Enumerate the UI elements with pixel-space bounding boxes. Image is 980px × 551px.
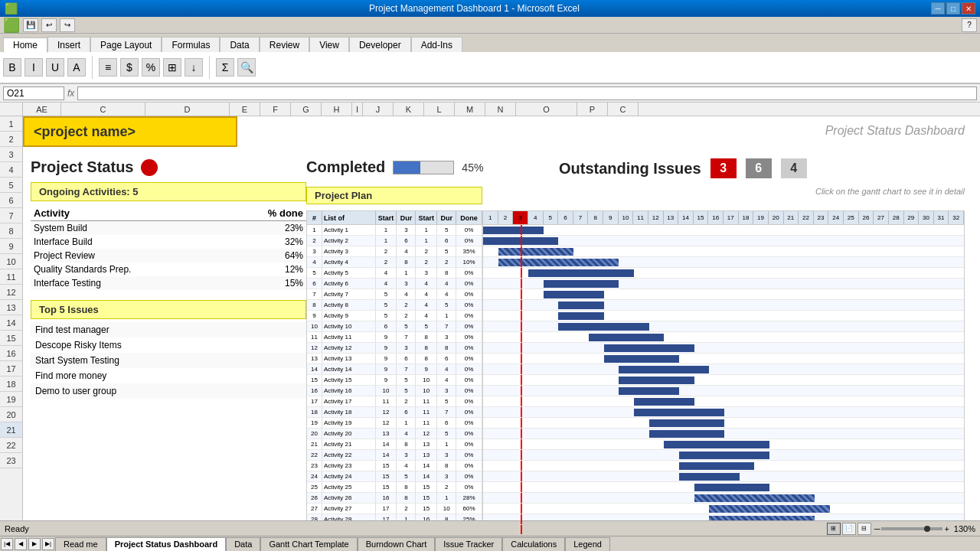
col-c[interactable]: C <box>61 103 145 116</box>
ribbon-btn-4[interactable]: A <box>67 58 86 77</box>
redo-button[interactable]: ↪ <box>60 18 75 32</box>
row-5: 5 <box>0 178 22 193</box>
sheet-tab-project-status-dashboard[interactable]: Project Status Dashboard <box>106 537 226 551</box>
tab-addins[interactable]: Add-Ins <box>411 37 462 52</box>
row-18: 18 <box>0 377 22 392</box>
gantt-cell-d1: 5 <box>397 321 416 331</box>
gantt-cell-s2: 15 <box>416 504 437 514</box>
sheet-tab-data[interactable]: Data <box>226 537 260 551</box>
gantt-left-row: 8 Activity 8 5 2 4 5 0% <box>307 300 482 311</box>
sheet-tab-calculations[interactable]: Calculations <box>502 537 565 551</box>
ribbon-btn-1[interactable]: B <box>3 58 21 77</box>
col-d[interactable]: D <box>145 103 230 116</box>
gantt-cell-num: 12 <box>307 343 322 353</box>
undo-button[interactable]: ↩ <box>41 18 57 32</box>
col-k[interactable]: K <box>394 103 424 116</box>
row-9: 9 <box>0 239 22 254</box>
ribbon-btn-11[interactable]: 🔍 <box>237 58 256 77</box>
col-ae[interactable]: AE <box>23 103 61 116</box>
gantt-bars-area[interactable]: 1234567891011121314151617181920212223242… <box>483 211 964 534</box>
gantt-cell-done: 0% <box>456 407 482 417</box>
ongoing-activities-label: Ongoing Activities: 5 <box>31 182 306 201</box>
tab-home[interactable]: Home <box>3 37 47 53</box>
col-n[interactable]: N <box>485 103 516 116</box>
tab-data[interactable]: Data <box>220 37 259 52</box>
gantt-cell-num: 19 <box>307 418 322 428</box>
tab-next-btn[interactable]: ▶ <box>28 538 41 550</box>
current-day-marker <box>521 246 522 256</box>
row-7: 7 <box>0 208 22 223</box>
tab-last-btn[interactable]: ▶| <box>42 538 54 550</box>
ribbon-btn-10[interactable]: Σ <box>216 58 234 77</box>
gantt-bar-row <box>483 246 964 257</box>
sheet-tab-issue-tracker[interactable]: Issue Tracker <box>435 537 502 551</box>
sheet-tab-gantt-chart-template[interactable]: Gantt Chart Template <box>260 537 357 551</box>
gantt-bar-row <box>483 482 964 493</box>
col-o[interactable]: O <box>516 103 577 116</box>
sheet-tab-read-me[interactable]: Read me <box>55 537 106 551</box>
tab-view[interactable]: View <box>309 37 349 52</box>
gantt-bar <box>604 344 694 352</box>
tab-formulas[interactable]: Formulas <box>162 37 220 52</box>
gantt-cell-num: 18 <box>307 407 322 417</box>
col-p[interactable]: P <box>577 103 608 116</box>
ribbon-btn-6[interactable]: $ <box>120 58 139 77</box>
col-m[interactable]: M <box>455 103 485 116</box>
help-icon[interactable]: ? <box>962 18 977 32</box>
gantt-cell-d2: 10 <box>437 504 456 514</box>
tab-first-btn[interactable]: |◀ <box>1 538 13 550</box>
page-break-view-btn[interactable]: ⊟ <box>858 523 871 535</box>
ribbon-btn-9[interactable]: ↓ <box>185 58 203 77</box>
tab-insert[interactable]: Insert <box>47 37 90 52</box>
col-f[interactable]: F <box>260 103 291 116</box>
row-13: 13 <box>0 300 22 315</box>
row-4: 4 <box>0 162 22 178</box>
close-button[interactable]: ✕ <box>962 2 975 15</box>
gantt-cell-s1: 1 <box>376 225 397 235</box>
gantt-bar-row <box>483 268 964 279</box>
normal-view-btn[interactable]: ⊞ <box>827 523 841 535</box>
col-g[interactable]: G <box>291 103 322 116</box>
minimize-button[interactable]: ─ <box>931 2 945 15</box>
save-button[interactable]: 💾 <box>23 18 38 32</box>
ribbon-btn-3[interactable]: U <box>46 58 64 77</box>
tab-page-layout[interactable]: Page Layout <box>90 37 162 52</box>
col-l[interactable]: L <box>424 103 455 116</box>
gantt-bar <box>589 334 664 341</box>
gantt-timeline-col: 8 <box>588 211 603 224</box>
tab-prev-btn[interactable]: ◀ <box>15 538 27 550</box>
sheet-tab-burndown-chart[interactable]: Burndown Chart <box>358 537 436 551</box>
page-layout-view-btn[interactable]: 📄 <box>842 523 856 535</box>
tab-review[interactable]: Review <box>260 37 309 52</box>
current-day-marker <box>521 236 522 246</box>
gantt-cell-d1: 3 <box>397 225 416 235</box>
gantt-bar <box>544 291 604 298</box>
col-i[interactable]: I <box>352 103 363 116</box>
gantt-bar-row <box>483 364 964 375</box>
ribbon-btn-8[interactable]: ⊞ <box>163 58 181 77</box>
gantt-timeline-col: 22 <box>799 211 814 224</box>
col-h[interactable]: H <box>322 103 352 116</box>
gantt-cell-d2: 2 <box>437 257 456 267</box>
gantt-timeline-col: 30 <box>919 211 934 224</box>
sheet-tab-legend[interactable]: Legend <box>565 537 610 551</box>
col-c2[interactable]: C <box>608 103 639 116</box>
ribbon-btn-2[interactable]: I <box>24 58 43 77</box>
col-e[interactable]: E <box>230 103 260 116</box>
col-j[interactable]: J <box>363 103 394 116</box>
zoom-out-btn[interactable]: ─ <box>874 524 880 533</box>
gantt-cell-name: Activity 25 <box>322 482 376 492</box>
gantt-container[interactable]: # List of Activities Start Dur Start Dur… <box>306 210 965 534</box>
ribbon-btn-7[interactable]: % <box>142 58 160 77</box>
zoom-in-btn[interactable]: + <box>944 524 949 533</box>
current-day-marker <box>521 321 522 331</box>
formula-input[interactable] <box>77 86 977 100</box>
project-name-cell[interactable]: <project name> <box>23 116 237 147</box>
zoom-slider[interactable] <box>881 527 942 530</box>
gantt-cell-s2: 2 <box>416 257 437 267</box>
maximize-button[interactable]: □ <box>946 2 960 15</box>
cell-reference-input[interactable]: O21 <box>3 86 64 100</box>
tab-developer[interactable]: Developer <box>349 37 411 52</box>
gantt-cell-done: 0% <box>456 225 482 235</box>
ribbon-btn-5[interactable]: ≡ <box>99 58 117 77</box>
